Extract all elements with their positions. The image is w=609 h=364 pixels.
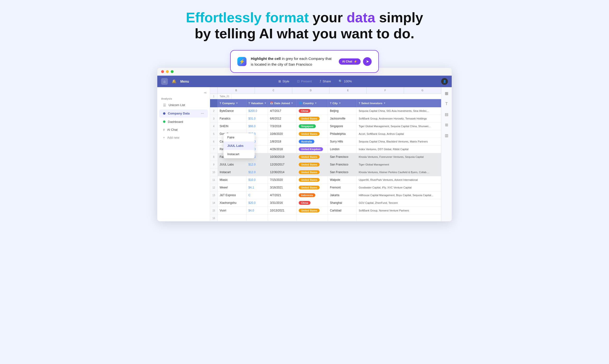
th-country[interactable]: 🌐 Country ▼	[297, 99, 328, 107]
dropdown-item-faire[interactable]: Faire	[223, 133, 255, 142]
cell-country[interactable]: China	[297, 107, 328, 115]
panel-icon-table[interactable]: ▦	[443, 90, 450, 97]
home-icon[interactable]: ⌂	[161, 78, 168, 85]
share-button[interactable]: ⤴ Share	[320, 79, 331, 83]
cell-company[interactable]: SHEIN	[218, 123, 247, 130]
cell-country[interactable]: China	[297, 199, 328, 207]
cell-date-joined[interactable]: 12/20/2017	[268, 161, 297, 168]
ai-chat-badge[interactable]: AI Chat ⚡	[339, 58, 360, 65]
cell-date-joined[interactable]: 3/16/2021	[268, 184, 297, 191]
cell-city[interactable]: Jakarta	[328, 192, 357, 199]
cell-date-joined[interactable]: 6/6/2012	[268, 115, 297, 122]
cell-country[interactable]: United States	[297, 115, 328, 122]
sidebar-add-new[interactable]: + Add new	[159, 134, 208, 141]
cell-city[interactable]: Singapore	[328, 123, 357, 130]
th-investors[interactable]: T Select Investors ▼	[357, 99, 441, 107]
table-row[interactable]: 9 JUUL Labs $12.0 12/20/2017 United Stat…	[210, 161, 441, 169]
cell-date-joined[interactable]	[268, 215, 297, 221]
panel-icon-calendar[interactable]: ▥	[443, 132, 450, 139]
cell-city[interactable]: San Francisco	[328, 153, 357, 161]
cell-country[interactable]: United States	[297, 184, 328, 191]
style-button[interactable]: ⊞ Style	[278, 79, 289, 83]
cell-company[interactable]: ByteDance	[218, 107, 247, 115]
cell-city[interactable]: Shanghai	[328, 199, 357, 207]
cell-city[interactable]: Fremont	[328, 184, 357, 191]
cell-valuation[interactable]: $200.0	[247, 107, 268, 115]
cell-valuation[interactable]: C	[247, 192, 268, 199]
cell-city[interactable]: Walpole	[328, 176, 357, 184]
cell-country[interactable]: Australia	[297, 138, 328, 145]
cell-country[interactable]: United Kingdom	[297, 146, 328, 153]
th-company[interactable]: T Company ▼	[218, 99, 247, 107]
table-row[interactable]: 3 Fanatics $31.0 6/6/2012 United States …	[210, 115, 441, 123]
cell-date-joined[interactable]: 4/26/2018	[268, 146, 297, 153]
cell-investors[interactable]: Khosla Ventures, Kleiner Perkins Caufiel…	[357, 169, 441, 176]
sidebar-collapse-button[interactable]: ≪	[157, 90, 210, 95]
sidebar-item-ai-chat[interactable]: # AI Chat	[159, 126, 208, 133]
cell-country[interactable]: United States	[297, 169, 328, 176]
cell-date-joined[interactable]: 10/30/2019	[268, 153, 297, 161]
cell-city[interactable]: London	[328, 146, 357, 153]
table-row[interactable]: 14 Xiaohongshu $20.0 3/31/2016 China Sha…	[210, 199, 441, 207]
cell-date-joined[interactable]: 10/8/2020	[268, 130, 297, 138]
send-button[interactable]: ➤	[363, 57, 372, 66]
cell-country[interactable]: United States	[297, 207, 328, 214]
cell-investors[interactable]: Accel, SoftBank Group, Anthos Capital	[357, 130, 441, 138]
cell-investors[interactable]: SoftBank Group, Andreessen Horowitz, Tem…	[357, 115, 441, 122]
cell-company[interactable]: Vuori	[218, 207, 247, 214]
cell-city[interactable]	[328, 215, 357, 221]
th-country-sort-icon[interactable]: ▼	[315, 102, 317, 104]
th-city[interactable]: T City ▼	[328, 99, 357, 107]
cell-date-joined[interactable]: 1/8/2018	[268, 138, 297, 145]
cell-investors[interactable]: Khosla Ventures, Forerunner Ventures, Se…	[357, 153, 441, 161]
cell-company[interactable]: J&T Express	[218, 192, 247, 199]
th-valuation-sort-icon[interactable]: ▼	[264, 102, 267, 104]
cell-country[interactable]: Singapore	[297, 123, 328, 130]
cell-investors[interactable]: Upper90, RiverPark Ventures, Advent Inte…	[357, 176, 441, 184]
panel-icon-rows[interactable]: ▤	[443, 111, 450, 118]
table-row[interactable]: 2 ByteDance $200.0 4/7/2017 China Beijin…	[210, 107, 441, 115]
cell-valuation[interactable]: $66.0	[247, 123, 268, 130]
table-row[interactable]: 11 Miasic $10.0 7/15/2020 United States …	[210, 176, 441, 184]
cell-company[interactable]: JUUL Labs	[218, 161, 247, 168]
cell-valuation[interactable]: $31.0	[247, 115, 268, 122]
table-row[interactable]: 16	[210, 215, 441, 221]
cell-city[interactable]: Philadelphia	[328, 130, 357, 138]
cell-country[interactable]: United States	[297, 176, 328, 184]
cell-investors[interactable]: Sequoia Capital China, SIG Asia Investme…	[357, 107, 441, 115]
cell-investors[interactable]: SoftBank Group, Norwest Venture Partners	[357, 207, 441, 214]
table-row[interactable]: 15 Vuori $4.0 10/13/2021 United States C…	[210, 207, 441, 215]
cell-investors[interactable]: Sequoia Capital China, Blackbird Venture…	[357, 138, 441, 145]
cell-investors[interactable]: Hillhouse Capital Management, Boyu Capit…	[357, 192, 441, 199]
cell-valuation[interactable]	[247, 215, 268, 221]
cell-date-joined[interactable]: 7/3/2018	[268, 123, 297, 130]
cell-country[interactable]: United States	[297, 130, 328, 138]
cell-date-joined[interactable]: 12/30/2014	[268, 169, 297, 176]
cell-date-joined[interactable]: 4/7/2021	[268, 192, 297, 199]
cell-investors[interactable]: Index Ventures, DST Global, Ribbit Capit…	[357, 146, 441, 153]
panel-icon-grid[interactable]: ⊞	[443, 122, 450, 128]
sidebar-item-dashboard[interactable]: Dashboard	[159, 118, 208, 126]
more-options-icon[interactable]: ···	[201, 111, 204, 116]
cell-company[interactable]: Fanatics	[218, 115, 247, 122]
cell-investors[interactable]	[357, 215, 441, 221]
cell-company[interactable]	[218, 215, 247, 221]
cell-country[interactable]	[297, 215, 328, 221]
cell-country[interactable]: Indonesia	[297, 192, 328, 199]
dropdown-item-juul[interactable]: JUUL Labs	[223, 142, 255, 150]
th-investors-sort-icon[interactable]: ▼	[383, 102, 386, 104]
cell-valuation[interactable]: $4.0	[247, 207, 268, 214]
cell-company[interactable]: Xiaohongshu	[218, 199, 247, 207]
cell-country[interactable]: United States	[297, 161, 328, 168]
cell-valuation[interactable]: $4.1	[247, 184, 268, 191]
table-row[interactable]: 13 J&T Express C 4/7/2021 Indonesia Jaka…	[210, 192, 441, 199]
present-button[interactable]: ⊡ Present	[297, 79, 312, 83]
th-company-sort-icon[interactable]: ▼	[236, 102, 238, 104]
cell-city[interactable]: Jacksonville	[328, 115, 357, 122]
cell-city[interactable]: Carlsbad	[328, 207, 357, 214]
cell-investors[interactable]: Tiger Global Management, Sequoia Capital…	[357, 123, 441, 130]
company-dropdown-popup[interactable]: Faire JUUL Labs Instacart	[223, 133, 255, 158]
cell-investors[interactable]: GGV Capital, ZhenFund, Tencent	[357, 199, 441, 207]
table-row[interactable]: 4 SHEIN $66.0 7/3/2018 Singapore Singapo…	[210, 123, 441, 130]
bell-icon[interactable]: 🔔	[172, 79, 177, 84]
